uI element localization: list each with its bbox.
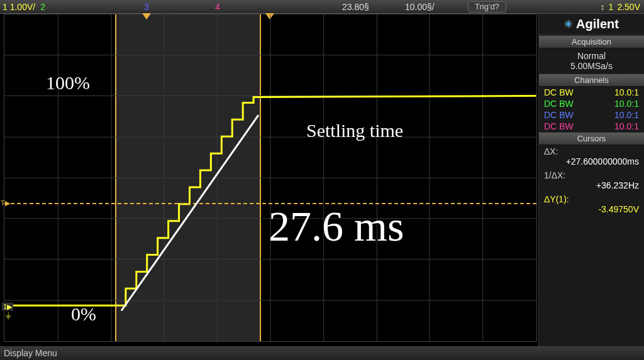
ch1-indicator: 1 1.00V/ xyxy=(0,2,38,12)
cursors-body: ΔX: +27.600000000ms 1/ΔX: +36.232Hz ΔY(1… xyxy=(539,145,644,217)
channels-header[interactable]: Channels xyxy=(539,74,644,87)
invdx-value: +36.232Hz xyxy=(539,180,644,193)
delay-readout: 23.80§ xyxy=(340,2,372,12)
ch3-indicator: 3 xyxy=(142,2,152,12)
ground-icon: ⏚ xyxy=(6,310,11,320)
side-panel: ✳ Agilent Acquisition Normal 5.00MSa/s C… xyxy=(538,14,644,346)
spark-icon: ✳ xyxy=(564,18,572,30)
ch2-indicator: 2 xyxy=(38,2,48,12)
acq-rate: 5.00MSa/s xyxy=(539,61,644,71)
channel-row-4: DC BW 10.0:1 xyxy=(539,121,644,132)
channel-row-2: DC BW 10.0:1 xyxy=(539,98,644,109)
trigger-tag-icon: T▶ xyxy=(1,199,10,207)
top-bar: 1 1.00V/ 2 3 4 23.80§ 10.00§/ Trig'd? ↕ … xyxy=(0,0,644,14)
trigger-level: 2.50V xyxy=(617,2,640,12)
label-title: Settling time xyxy=(306,120,403,141)
acquisition-body: Normal 5.00MSa/s xyxy=(539,48,644,74)
acq-mode: Normal xyxy=(539,51,644,61)
grid-svg xyxy=(4,14,536,341)
brand-row: ✳ Agilent xyxy=(539,14,644,35)
channel-row-3: DC BW 10.0:1 xyxy=(539,109,644,121)
dx-label: ΔX: xyxy=(539,145,644,156)
channels-body: DC BW 10.0:1 DC BW 10.0:1 DC BW 10.0:1 D… xyxy=(539,87,644,132)
label-100pct: 100% xyxy=(46,72,90,94)
waveform-display[interactable]: T▶ 1▶ ⏚ 100% 0% Settling time 27.6 ms xyxy=(4,14,537,342)
trigger-channel: 1 xyxy=(609,2,614,12)
timebase-readout: 10.00§/ xyxy=(402,2,437,12)
dy-value: -3.49750V xyxy=(539,204,644,217)
trigger-status-button[interactable]: Trig'd? xyxy=(468,1,506,13)
updown-icon: ↕ xyxy=(601,2,605,12)
cursors-header[interactable]: Cursors xyxy=(539,132,644,145)
invdx-label: 1/ΔX: xyxy=(539,169,644,180)
label-0pct: 0% xyxy=(71,303,96,325)
ch4-indicator: 4 xyxy=(213,2,223,12)
dx-value: +27.600000000ms xyxy=(539,156,644,169)
bottom-bar: Display Menu xyxy=(0,346,644,360)
display-menu-label[interactable]: Display Menu xyxy=(4,348,57,358)
label-value: 27.6 ms xyxy=(269,202,404,251)
brand-name: Agilent xyxy=(576,17,619,31)
dy-label: ΔY(1): xyxy=(539,193,644,204)
channel-row-1: DC BW 10.0:1 xyxy=(539,87,644,98)
acquisition-header[interactable]: Acquisition xyxy=(539,35,644,48)
